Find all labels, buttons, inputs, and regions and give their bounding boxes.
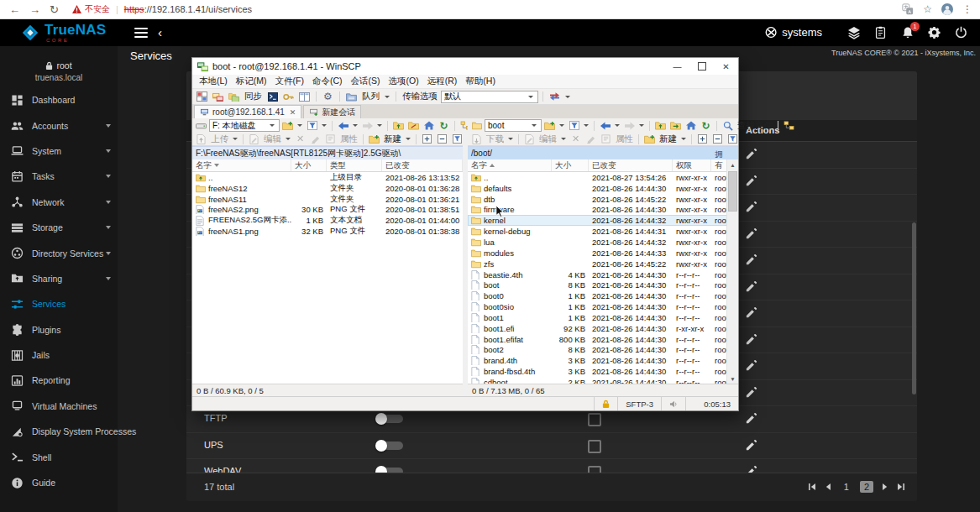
menu-item[interactable]: 选项(O) <box>385 76 423 87</box>
chevron-down-icon[interactable] <box>559 124 564 127</box>
remote-path-bar[interactable]: /boot/ <box>468 146 738 159</box>
sidebar-item-accounts[interactable]: Accounts <box>0 112 118 138</box>
file-row[interactable]: zfs2021-08-26 14:45:22rwxr-xr-xroot <box>468 259 727 269</box>
column-header-item[interactable]: 类型 <box>327 159 382 171</box>
scroll-down-icon[interactable]: ▼ <box>727 374 738 384</box>
edit-service-button[interactable] <box>745 253 758 267</box>
file-row[interactable]: boot0sio1 KB2021-08-26 14:44:30r--r--r--… <box>468 301 727 312</box>
security-warning[interactable]: 不安全 <box>72 3 110 15</box>
back-arrow-icon[interactable] <box>336 119 350 132</box>
power-icon[interactable] <box>954 25 968 39</box>
new-folder-icon[interactable] <box>642 133 657 145</box>
browser-reload-icon[interactable]: ↻ <box>50 4 59 15</box>
menu-item[interactable]: 会话(S) <box>347 76 385 87</box>
clipboard-icon[interactable] <box>873 25 888 39</box>
chevron-down-icon[interactable] <box>639 124 644 127</box>
sidebar-item-reporting[interactable]: Reporting <box>0 368 118 393</box>
refresh-icon[interactable]: ↻ <box>437 119 451 132</box>
file-row[interactable]: kernel2021-08-26 14:44:32rwxr-xr-xroot <box>468 215 727 226</box>
open-dir-icon[interactable] <box>668 119 683 132</box>
upload-icon[interactable] <box>194 133 208 145</box>
synchronize-button[interactable]: 同步 <box>244 91 262 102</box>
properties-icon[interactable] <box>323 133 338 145</box>
file-row[interactable]: defaults2021-08-26 14:44:30rwxr-xr-xroot <box>468 183 727 194</box>
menu-item[interactable]: 帮助(H) <box>461 76 500 87</box>
sidebar-item-virtual-machines[interactable]: Virtual Machines <box>0 394 118 419</box>
transfer-settings-icon[interactable] <box>548 91 562 103</box>
properties-button[interactable]: 属性 <box>340 133 358 145</box>
auth-key-icon[interactable] <box>281 91 296 103</box>
column-header-item[interactable]: 拥有者 <box>711 159 727 171</box>
start-automatically-checkbox[interactable] <box>588 440 601 453</box>
parent-folder-icon[interactable] <box>391 119 406 132</box>
file-row[interactable]: lua2021-08-26 14:44:32rwxr-xr-xroot <box>468 237 727 248</box>
sidebar-item-display-system-processes[interactable]: Display System Processes <box>0 419 118 444</box>
edit-service-button[interactable] <box>745 227 758 241</box>
file-row[interactable]: boot11 KB2021-08-26 14:44:30r--r--r--roo… <box>468 312 727 323</box>
delete-icon[interactable]: ✕ <box>569 133 583 145</box>
hamburger-menu-icon[interactable] <box>134 25 148 40</box>
scroll-up-icon[interactable]: ▲ <box>727 159 738 170</box>
file-row[interactable]: firmware2021-08-26 14:44:30rwxr-xr-xroot <box>468 205 727 216</box>
home-icon[interactable] <box>684 119 698 132</box>
first-page-icon[interactable] <box>808 483 816 491</box>
find-files-icon[interactable] <box>721 119 735 132</box>
page-number[interactable]: 1 <box>840 481 853 493</box>
page-number[interactable]: 2 <box>860 481 873 493</box>
edit-button[interactable]: 编辑 <box>539 133 557 145</box>
forward-arrow-icon[interactable] <box>622 119 637 132</box>
select-plus-icon[interactable] <box>695 133 710 145</box>
column-header-item[interactable]: 大小 <box>552 159 589 171</box>
scrollbar-thumb[interactable] <box>728 171 737 212</box>
file-row[interactable]: freeNAS1.png32 KBPNG 文件2020-08-01 01:38:… <box>192 226 463 237</box>
start-automatically-checkbox[interactable] <box>588 413 601 426</box>
close-tab-icon[interactable]: ✕ <box>290 108 296 117</box>
translate-icon[interactable] <box>902 3 914 15</box>
file-row[interactable]: freeNAS2.png30 KBPNG 文件2020-08-01 01:38:… <box>192 205 463 216</box>
delete-icon[interactable]: ✕ <box>293 133 307 145</box>
file-row[interactable]: brand.4th3 KB2021-08-26 14:44:30r--r--r-… <box>468 355 727 366</box>
edit-service-button[interactable] <box>745 201 758 214</box>
parent-folder-icon[interactable] <box>653 119 668 132</box>
filter-icon[interactable] <box>567 119 581 132</box>
select-minus-icon[interactable] <box>435 133 449 145</box>
folder-new-icon[interactable] <box>280 119 295 132</box>
edit-service-button[interactable] <box>745 359 758 373</box>
running-toggle[interactable] <box>375 440 406 452</box>
maximize-button[interactable] <box>689 58 714 75</box>
last-page-icon[interactable] <box>897 483 905 491</box>
edit-service-button[interactable] <box>745 148 758 161</box>
folder-small-icon[interactable] <box>469 119 484 132</box>
remote-list-scrollbar[interactable]: ▲ ▼ <box>726 159 738 384</box>
edit-service-button[interactable] <box>745 386 758 400</box>
sidebar-item-system[interactable]: System <box>0 138 118 164</box>
address-bar[interactable]: https://192.168.1.41/ui/services <box>124 4 252 14</box>
bookmark-star-icon[interactable]: ☆ <box>923 3 932 15</box>
session-duration[interactable]: 0:05:13 <box>685 397 738 410</box>
column-header-item[interactable]: 已改变 <box>382 159 463 171</box>
edit-service-button[interactable] <box>745 280 758 294</box>
chevron-down-icon[interactable] <box>353 124 358 127</box>
filter-icon[interactable] <box>305 119 319 132</box>
session-tab[interactable]: root@192.168.1.41✕ <box>194 105 301 118</box>
chevron-down-icon[interactable] <box>322 124 327 127</box>
new-folder-icon[interactable] <box>367 133 381 145</box>
next-page-icon[interactable] <box>881 483 889 491</box>
download-button[interactable]: 下载 <box>486 133 504 145</box>
layout-grid-icon[interactable] <box>195 91 209 103</box>
edit-service-button[interactable] <box>745 439 758 452</box>
rename-icon[interactable] <box>308 133 322 145</box>
chevron-down-icon[interactable] <box>385 96 390 98</box>
chevron-down-icon[interactable] <box>584 124 589 127</box>
chevron-down-icon[interactable] <box>508 138 513 140</box>
drive-icon[interactable] <box>194 119 208 132</box>
sync-browse-icon[interactable] <box>227 91 241 103</box>
find-files-button[interactable]: 查找文件 <box>737 120 773 132</box>
file-row[interactable]: freeNAS12文件夹2020-08-01 01:36:28 <box>192 183 463 194</box>
edit-icon[interactable] <box>522 133 537 145</box>
file-row[interactable]: freeNAS11文件夹2020-08-01 01:36:21 <box>192 194 463 205</box>
settings-icon[interactable] <box>927 25 941 39</box>
queue-folder-icon[interactable] <box>344 91 359 103</box>
edit-service-button[interactable] <box>745 412 758 426</box>
select-plus-icon[interactable] <box>420 133 434 145</box>
